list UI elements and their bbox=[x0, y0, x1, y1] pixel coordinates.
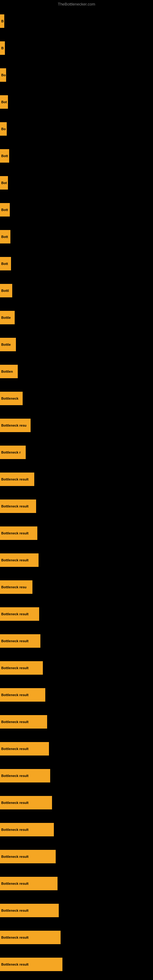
bar-label-22: Bottleneck resu bbox=[1, 585, 27, 589]
bar-label-23: Bottleneck result bbox=[1, 612, 29, 616]
bar-row-10: Bott bbox=[0, 250, 153, 277]
bar-label-13: Bottle bbox=[1, 343, 11, 346]
bar-label-14: Bottlen bbox=[1, 370, 13, 373]
bar-25: Bottleneck result bbox=[0, 661, 43, 675]
bar-row-24: Bottleneck result bbox=[0, 627, 153, 654]
bar-6: Bott bbox=[0, 149, 9, 162]
bar-row-1: B bbox=[0, 8, 153, 35]
bar-35: Bottleneck result bbox=[0, 931, 61, 944]
bar-21: Bottleneck result bbox=[0, 554, 38, 567]
bar-label-7: Bot bbox=[1, 181, 7, 185]
site-title: TheBottlenecker.com bbox=[0, 0, 153, 8]
bar-row-23: Bottleneck result bbox=[0, 601, 153, 627]
bar-label-9: Bott bbox=[1, 235, 8, 239]
bar-17: Bottleneck r bbox=[0, 445, 26, 459]
bar-row-11: Bottl bbox=[0, 277, 153, 304]
bar-row-21: Bottleneck result bbox=[0, 547, 153, 574]
bar-28: Bottleneck result bbox=[0, 742, 49, 756]
bar-label-24: Bottleneck result bbox=[1, 639, 29, 643]
bar-34: Bottleneck result bbox=[0, 904, 59, 917]
bar-row-18: Bottleneck result bbox=[0, 466, 153, 493]
bar-32: Bottleneck result bbox=[0, 850, 56, 863]
bar-label-8: Bott bbox=[1, 208, 8, 212]
bar-label-17: Bottleneck r bbox=[1, 450, 21, 454]
bar-label-3: Bo bbox=[1, 73, 6, 77]
bar-row-6: Bott bbox=[0, 142, 153, 169]
bar-24: Bottleneck result bbox=[0, 634, 40, 648]
bar-label-29: Bottleneck result bbox=[1, 774, 29, 778]
bar-label-34: Bottleneck result bbox=[1, 908, 29, 912]
bar-31: Bottleneck result bbox=[0, 823, 54, 836]
bar-15: Bottleneck bbox=[0, 392, 22, 405]
bar-row-28: Bottleneck result bbox=[0, 735, 153, 762]
bar-29: Bottleneck result bbox=[0, 769, 50, 783]
bar-row-5: Bo bbox=[0, 115, 153, 142]
bar-label-25: Bottleneck result bbox=[1, 666, 29, 670]
bar-row-4: Bot bbox=[0, 89, 153, 115]
bar-33: Bottleneck result bbox=[0, 877, 57, 890]
bar-row-30: Bottleneck result bbox=[0, 789, 153, 816]
bar-row-14: Bottlen bbox=[0, 358, 153, 385]
bar-label-4: Bot bbox=[1, 100, 7, 104]
bar-row-12: Bottle bbox=[0, 304, 153, 331]
bar-2: B bbox=[0, 41, 5, 55]
bar-row-15: Bottleneck bbox=[0, 385, 153, 412]
bar-20: Bottleneck result bbox=[0, 527, 37, 540]
bar-label-27: Bottleneck result bbox=[1, 720, 29, 724]
bar-row-16: Bottleneck resu bbox=[0, 412, 153, 439]
bar-label-21: Bottleneck result bbox=[1, 558, 29, 562]
bar-18: Bottleneck result bbox=[0, 473, 34, 486]
bar-row-8: Bott bbox=[0, 196, 153, 223]
bar-row-27: Bottleneck result bbox=[0, 708, 153, 735]
bar-1: B bbox=[0, 14, 4, 28]
bar-row-22: Bottleneck resu bbox=[0, 574, 153, 601]
bar-label-28: Bottleneck result bbox=[1, 747, 29, 751]
bar-label-15: Bottleneck bbox=[1, 396, 18, 400]
bar-36: Bottleneck result bbox=[0, 958, 62, 971]
bar-27: Bottleneck result bbox=[0, 715, 47, 729]
bar-10: Bott bbox=[0, 257, 11, 270]
bar-label-16: Bottleneck resu bbox=[1, 423, 27, 427]
bar-label-1: B bbox=[1, 19, 4, 23]
bar-23: Bottleneck result bbox=[0, 607, 39, 621]
bar-label-20: Bottleneck result bbox=[1, 531, 29, 535]
bar-row-35: Bottleneck result bbox=[0, 924, 153, 951]
bar-label-36: Bottleneck result bbox=[1, 963, 29, 966]
bar-row-29: Bottleneck result bbox=[0, 762, 153, 789]
bar-row-13: Bottle bbox=[0, 331, 153, 358]
bar-label-18: Bottleneck result bbox=[1, 477, 29, 481]
bar-13: Bottle bbox=[0, 338, 16, 351]
bar-7: Bot bbox=[0, 176, 8, 189]
bar-row-2: B bbox=[0, 35, 153, 62]
bar-16: Bottleneck resu bbox=[0, 418, 30, 432]
bar-19: Bottleneck result bbox=[0, 500, 36, 513]
bar-label-35: Bottleneck result bbox=[1, 935, 29, 939]
bar-row-9: Bott bbox=[0, 223, 153, 250]
bar-label-12: Bottle bbox=[1, 316, 11, 320]
bar-row-34: Bottleneck result bbox=[0, 897, 153, 924]
bar-5: Bo bbox=[0, 122, 7, 136]
bar-3: Bo bbox=[0, 68, 6, 82]
bar-22: Bottleneck resu bbox=[0, 580, 32, 594]
bar-row-33: Bottleneck result bbox=[0, 870, 153, 897]
bar-26: Bottleneck result bbox=[0, 688, 45, 702]
bar-row-36: Bottleneck result bbox=[0, 951, 153, 978]
bar-label-31: Bottleneck result bbox=[1, 828, 29, 832]
bar-14: Bottlen bbox=[0, 365, 18, 378]
bars-container: BBBoBotBoBottBotBottBottBottBottlBottleB… bbox=[0, 8, 153, 978]
bar-11: Bottl bbox=[0, 284, 12, 298]
bar-row-20: Bottleneck result bbox=[0, 520, 153, 547]
bar-row-3: Bo bbox=[0, 62, 153, 89]
bar-30: Bottleneck result bbox=[0, 796, 52, 810]
bar-8: Bott bbox=[0, 203, 10, 216]
bar-label-2: B bbox=[1, 46, 4, 50]
bar-label-33: Bottleneck result bbox=[1, 882, 29, 885]
bar-row-17: Bottleneck r bbox=[0, 439, 153, 466]
bar-9: Bott bbox=[0, 230, 10, 243]
bar-label-11: Bottl bbox=[1, 289, 9, 293]
bar-label-26: Bottleneck result bbox=[1, 693, 29, 697]
bar-row-31: Bottleneck result bbox=[0, 816, 153, 843]
bar-label-30: Bottleneck result bbox=[1, 801, 29, 805]
bar-4: Bot bbox=[0, 95, 8, 109]
bar-label-5: Bo bbox=[1, 127, 6, 131]
